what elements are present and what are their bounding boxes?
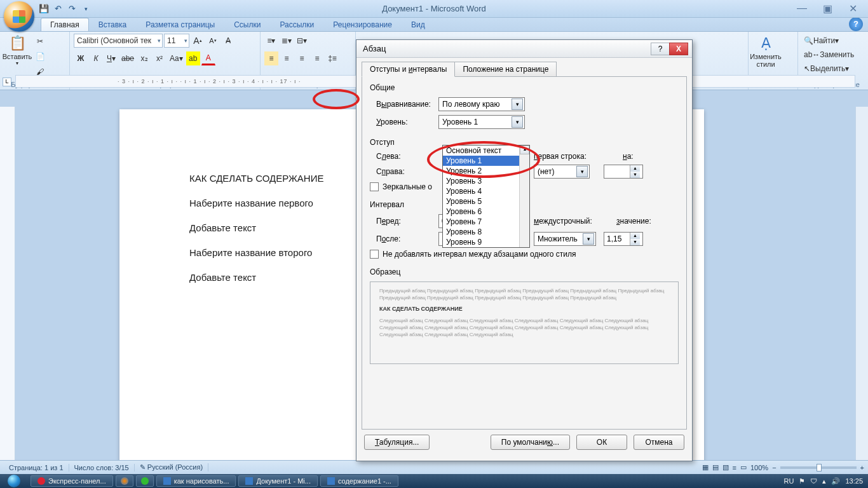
tray-time[interactable]: 13:25 (845, 477, 863, 485)
nospace-checkbox[interactable] (370, 250, 379, 259)
align-left-icon[interactable]: ≡ (264, 51, 278, 65)
zoom-out-icon[interactable]: − (772, 464, 776, 471)
task-word1[interactable]: как нарисовать... (156, 475, 236, 487)
task-word3[interactable]: содержание1 -... (320, 475, 398, 487)
paste-button[interactable]: 📋 Вставить ▾ (4, 34, 31, 69)
level-option-6[interactable]: Уровень 6 (443, 207, 529, 217)
task-utorrent[interactable] (136, 475, 154, 487)
font-size-combo[interactable]: 11 (164, 34, 189, 48)
status-words[interactable]: Число слов: 3/15 (69, 464, 135, 471)
level-option-8[interactable]: Уровень 8 (443, 227, 529, 237)
select-button[interactable]: ↖ Выделить ▾ (802, 62, 851, 76)
task-opera[interactable]: Экспресс-панел... (31, 475, 113, 487)
dialog-help-button[interactable]: ? (651, 43, 670, 55)
tab-position[interactable]: Положение на странице (454, 62, 557, 77)
maximize-button[interactable]: ▣ (818, 3, 836, 15)
tab-review[interactable]: Рецензирование (323, 18, 402, 31)
help-button[interactable]: ? (849, 17, 863, 31)
dialog-titlebar[interactable]: Абзац ? X (356, 40, 692, 58)
status-page[interactable]: Страница: 1 из 1 (4, 464, 69, 471)
level-option-5[interactable]: Уровень 5 (443, 196, 529, 207)
undo-icon[interactable]: ↶ (52, 3, 64, 15)
tab-layout[interactable]: Разметка страницы (136, 18, 224, 31)
close-button[interactable]: ✕ (844, 3, 862, 15)
replace-button[interactable]: ab↔ Заменить (802, 48, 856, 62)
tray-volume-icon[interactable]: 🔊 (831, 477, 840, 485)
default-button[interactable]: По умолчанию... (491, 435, 570, 450)
scrollbar-vertical[interactable] (855, 107, 868, 460)
view-outline-icon[interactable]: ≡ (733, 464, 736, 471)
subscript-icon[interactable]: x₂ (137, 51, 151, 65)
align-center-icon[interactable]: ≡ (280, 51, 294, 65)
font-family-combo[interactable]: Calibri (Основной тек (74, 34, 163, 48)
underline-icon[interactable]: Ч▾ (104, 51, 118, 65)
tab-indents[interactable]: Отступы и интервалы (362, 62, 455, 77)
cancel-button[interactable]: Отмена (634, 435, 684, 450)
zoom-in-icon[interactable]: + (860, 464, 864, 471)
start-button[interactable] (0, 474, 28, 488)
tray-up-icon[interactable]: ▴ (822, 477, 826, 485)
align-combo[interactable]: По левому краю▾ (438, 97, 525, 111)
clear-format-icon[interactable]: A̶ (221, 34, 235, 48)
level-option-9[interactable]: Уровень 9 (443, 237, 529, 247)
dialog-close-button[interactable]: X (669, 43, 688, 55)
mirror-checkbox[interactable] (370, 182, 379, 191)
view-draft-icon[interactable]: ▭ (740, 463, 747, 471)
doc-heading[interactable]: КАК СДЕЛАТЬ СОДЕРЖАНИЕ (189, 173, 323, 184)
on-spin[interactable]: ▲▼ (604, 165, 643, 179)
view-read-icon[interactable]: ▤ (712, 463, 719, 471)
value-spin[interactable]: ▲▼ (604, 232, 643, 246)
ruler-corner[interactable]: L (3, 78, 11, 86)
tray-shield-icon[interactable]: 🛡 (810, 477, 817, 485)
tab-insert[interactable]: Вставка (89, 18, 137, 31)
tab-view[interactable]: Вид (402, 18, 435, 31)
task-firefox[interactable] (116, 475, 133, 487)
highlight-icon[interactable]: ab (186, 51, 200, 65)
justify-icon[interactable]: ≡ (310, 51, 324, 65)
zoom-percent[interactable]: 100% (750, 464, 768, 471)
line-spacing-icon[interactable]: ‡≡ (325, 51, 339, 65)
tab-references[interactable]: Ссылки (224, 18, 270, 31)
numbering-icon[interactable]: ≣▾ (280, 34, 294, 48)
office-button[interactable] (4, 1, 34, 32)
redo-icon[interactable]: ↷ (66, 3, 78, 15)
superscript-icon[interactable]: x² (153, 51, 166, 65)
change-case-icon[interactable]: Aa▾ (168, 51, 185, 65)
line-spacing-combo[interactable]: Множитель▾ (534, 232, 596, 246)
multilevel-icon[interactable]: ⊟▾ (295, 34, 309, 48)
dropdown-scrollbar[interactable]: ▴ (519, 146, 529, 247)
level-option-1[interactable]: Уровень 1 (443, 156, 529, 166)
save-icon[interactable]: 💾 (38, 3, 50, 15)
level-option-body[interactable]: Основной текст (443, 146, 529, 156)
font-color-icon[interactable]: A (201, 51, 215, 65)
first-line-combo[interactable]: (нет)▾ (534, 165, 590, 179)
bullets-icon[interactable]: ≡▾ (264, 34, 278, 48)
tray-lang[interactable]: RU (784, 477, 794, 485)
ok-button[interactable]: ОК (576, 435, 627, 450)
view-print-icon[interactable]: ▦ (702, 463, 709, 471)
tabs-button[interactable]: Табуляция... (364, 435, 430, 450)
ruler-vertical[interactable] (0, 107, 15, 460)
grow-font-icon[interactable]: A▴ (191, 34, 205, 48)
cut-icon[interactable]: ✂ (33, 34, 47, 48)
minimize-button[interactable]: — (793, 3, 811, 15)
qat-more-icon[interactable]: ▾ (80, 3, 92, 15)
task-word2[interactable]: Документ1 - Mi... (238, 475, 317, 487)
level-combo[interactable]: Уровень 1▾ (438, 115, 525, 129)
align-right-icon[interactable]: ≡ (295, 51, 309, 65)
level-option-2[interactable]: Уровень 2 (443, 166, 529, 176)
level-option-3[interactable]: Уровень 3 (443, 176, 529, 186)
status-lang[interactable]: ✎ Русский (Россия) (135, 463, 208, 471)
change-styles-button[interactable]: Ạ Изменить стили (752, 34, 779, 69)
level-option-7[interactable]: Уровень 7 (443, 217, 529, 227)
italic-icon[interactable]: К (89, 51, 103, 65)
copy-icon[interactable]: 📄 (33, 50, 47, 64)
zoom-slider[interactable] (780, 466, 857, 469)
tab-home[interactable]: Главная (41, 18, 89, 31)
level-option-4[interactable]: Уровень 4 (443, 186, 529, 196)
shrink-font-icon[interactable]: A▾ (206, 34, 220, 48)
tab-mailings[interactable]: Рассылки (270, 18, 323, 31)
strike-icon[interactable]: abe (119, 51, 136, 65)
view-web-icon[interactable]: ▧ (722, 463, 729, 471)
bold-icon[interactable]: Ж (74, 51, 88, 65)
